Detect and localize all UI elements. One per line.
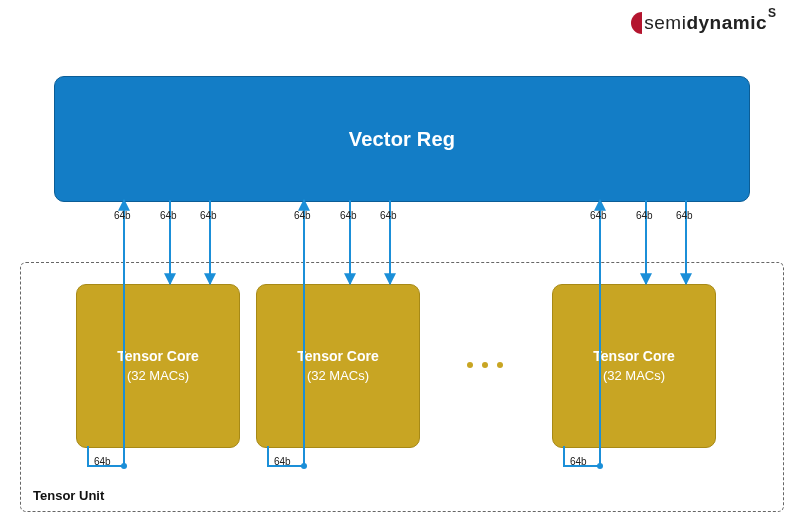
tensor-unit-label: Tensor Unit [33, 488, 104, 503]
tensor-core-0: Tensor Core (32 MACs) [76, 284, 240, 448]
tensor-core-sub: (32 MACs) [307, 368, 369, 384]
brand-dynamic: dynamic [686, 12, 767, 34]
tensor-core-sub: (32 MACs) [603, 368, 665, 384]
bus-label: 64b [636, 210, 653, 221]
bus-label: 64b [200, 210, 217, 221]
vector-reg-block: Vector Reg [54, 76, 750, 202]
tensor-core-1: Tensor Core (32 MACs) [256, 284, 420, 448]
bus-label: 64b [590, 210, 607, 221]
tensor-core-sub: (32 MACs) [127, 368, 189, 384]
brand-semi: semi [644, 12, 686, 34]
vector-reg-title: Vector Reg [349, 128, 455, 151]
core-out-label: 64b [94, 456, 111, 467]
bus-label: 64b [114, 210, 131, 221]
bus-label: 64b [676, 210, 693, 221]
brand-logo: semidynamicS [631, 12, 776, 34]
tensor-core-2: Tensor Core (32 MACs) [552, 284, 716, 448]
tensor-core-title: Tensor Core [297, 348, 378, 366]
bus-label: 64b [160, 210, 177, 221]
brand-logo-mark [631, 12, 642, 34]
diagram-stage: semidynamicS Vector Reg Tensor Unit Tens… [0, 0, 802, 528]
bus-label: 64b [380, 210, 397, 221]
tensor-core-title: Tensor Core [593, 348, 674, 366]
bus-label: 64b [340, 210, 357, 221]
tensor-core-title: Tensor Core [117, 348, 198, 366]
core-out-label: 64b [274, 456, 291, 467]
bus-label: 64b [294, 210, 311, 221]
brand-suffix: S [768, 6, 776, 20]
core-out-label: 64b [570, 456, 587, 467]
